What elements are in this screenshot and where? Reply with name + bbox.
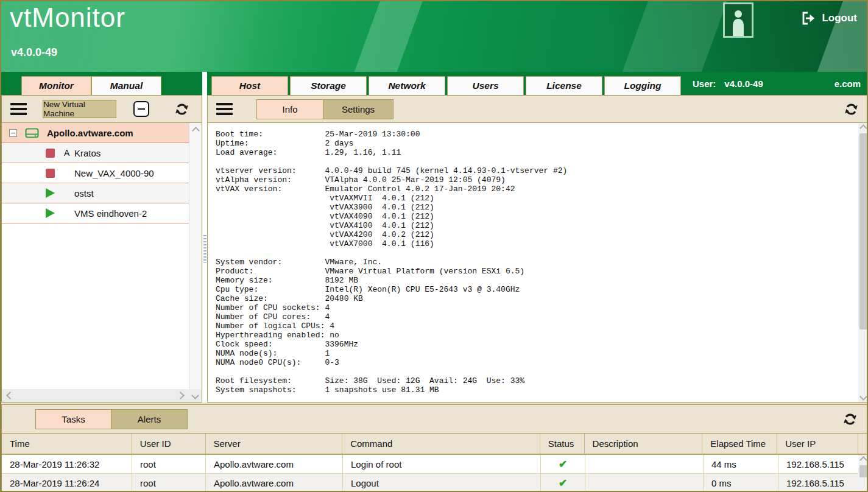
scroll-up-icon <box>859 456 867 464</box>
vm-tree: Apollo.avtware.com A Kratos New_VAX_4000… <box>2 123 189 389</box>
tree-horizontal-scrollbar[interactable] <box>2 389 189 402</box>
content-vertical-scrollbar[interactable] <box>858 123 868 402</box>
cell-command: Login of root <box>343 455 541 474</box>
collapse-all-button[interactable] <box>133 101 149 117</box>
table-row[interactable]: 28-Mar-2019 11:26:32 root Apollo.avtware… <box>2 455 868 474</box>
tree-row-vm[interactable]: A Kratos <box>2 143 189 163</box>
tree-row-host[interactable]: Apollo.avtware.com <box>2 123 189 143</box>
tasks-table-header: Time User ID Server Command Status Descr… <box>2 434 868 455</box>
cell-user-id: root <box>132 474 206 492</box>
tasks-vertical-scrollbar[interactable] <box>858 455 868 492</box>
cell-description <box>585 455 704 474</box>
subtab-alerts[interactable]: Alerts <box>111 409 188 429</box>
new-virtual-machine-button[interactable]: New Virtual Machine <box>43 100 116 118</box>
vm-running-icon <box>46 188 55 199</box>
column-header-filler <box>858 434 868 454</box>
tree-row-vm[interactable]: VMS eindhoven-2 <box>2 203 189 223</box>
tree-scroll-corner[interactable] <box>189 389 202 402</box>
tab-monitor[interactable]: Monitor <box>21 76 91 95</box>
play-triangle <box>46 208 55 218</box>
vtmonitor-window: vtMonitor v4.0.0-49 Logout Monitor Manua… <box>0 0 868 492</box>
host-detail-panel: Info Settings Boot time: 25-Mar-2019 13:… <box>207 95 868 402</box>
main-tab-strip: Host Storage Network Users License Loggi… <box>207 72 867 95</box>
host-menu-icon[interactable] <box>216 103 233 115</box>
user-value: v4.0.0-49 <box>724 79 763 89</box>
vm-name: Kratos <box>74 148 101 158</box>
tree-vertical-scrollbar[interactable] <box>189 123 202 389</box>
cell-time: 28-Mar-2019 11:26:24 <box>2 474 132 492</box>
cell-server: Apollo.avtware.com <box>206 474 343 492</box>
panel-splitter[interactable] <box>202 95 207 402</box>
collapse-node-icon[interactable] <box>9 129 17 137</box>
column-header-description: Description <box>585 434 703 454</box>
refresh-icon <box>842 412 858 427</box>
refresh-icon <box>844 102 859 117</box>
tab-logging-label: Logging <box>624 80 661 91</box>
status-ok-icon: ✔ <box>559 458 567 471</box>
column-header-status: Status <box>540 434 585 454</box>
hamburger-bar <box>10 113 27 115</box>
play-triangle <box>46 188 55 198</box>
subtab-settings-label: Settings <box>342 104 375 114</box>
vm-stopped-icon <box>46 168 55 178</box>
tab-manual-label: Manual <box>110 80 143 91</box>
tab-storage[interactable]: Storage <box>290 76 367 95</box>
subtab-info[interactable]: Info <box>256 99 323 119</box>
hamburger-bar <box>10 103 27 105</box>
tab-network[interactable]: Network <box>369 76 445 95</box>
host-refresh-button[interactable] <box>844 102 859 117</box>
table-row[interactable]: 28-Mar-2019 11:26:24 root Apollo.avtware… <box>2 474 868 492</box>
logout-icon <box>801 11 816 26</box>
scroll-thumb[interactable] <box>859 133 867 329</box>
subtab-tasks[interactable]: Tasks <box>35 409 111 429</box>
host-info-content: Boot time: 25-Mar-2019 13:30:00 Uptime: … <box>208 123 868 402</box>
cell-description <box>585 474 704 492</box>
cell-status: ✔ <box>541 455 585 474</box>
tab-users-label: Users <box>472 80 498 91</box>
scroll-up-arrow[interactable] <box>858 455 868 465</box>
tab-users[interactable]: Users <box>447 76 524 95</box>
tree-refresh-button[interactable] <box>174 102 189 117</box>
scroll-up-arrow[interactable] <box>858 123 868 133</box>
cell-user-ip: 192.168.5.115 <box>778 455 859 474</box>
person-icon <box>729 9 747 36</box>
splitter-grip-icon[interactable] <box>203 235 206 263</box>
host-info-text: Boot time: 25-Mar-2019 13:30:00 Uptime: … <box>208 123 868 395</box>
column-header-time: Time <box>2 434 132 454</box>
tab-row-gap <box>202 72 207 95</box>
column-header-elapsed-time: Elapsed Time <box>702 434 777 454</box>
scroll-left-icon[interactable] <box>6 392 14 399</box>
tab-host-label: Host <box>239 80 260 91</box>
logout-label: Logout <box>822 12 857 24</box>
subtab-info-label: Info <box>282 104 297 114</box>
stop-square <box>46 169 55 178</box>
cell-user-ip: 192.168.5.115 <box>778 474 859 492</box>
scroll-thumb[interactable] <box>859 465 867 477</box>
vm-name: New_VAX_4000-90 <box>74 168 154 178</box>
cell-command: Logout <box>343 474 541 492</box>
tree-row-vm[interactable]: ostst <box>2 183 189 203</box>
hamburger-bar <box>216 113 233 115</box>
vm-prefix: A <box>64 148 74 158</box>
tab-monitor-label: Monitor <box>39 80 74 91</box>
logout-button[interactable]: Logout <box>801 11 857 26</box>
user-label: User: <box>693 79 716 89</box>
subtab-alerts-label: Alerts <box>138 414 161 424</box>
cell-elapsed-time: 44 ms <box>704 455 778 474</box>
tree-menu-icon[interactable] <box>10 103 27 115</box>
column-header-command: Command <box>342 434 540 454</box>
tasks-panel: Tasks Alerts Time User ID Server Command… <box>1 404 868 492</box>
scroll-right-icon[interactable] <box>177 392 185 399</box>
vm-running-icon <box>46 208 55 219</box>
scroll-down-icon[interactable] <box>191 392 199 399</box>
tasks-refresh-button[interactable] <box>842 412 858 427</box>
scroll-up-icon[interactable] <box>192 127 200 135</box>
tab-logging[interactable]: Logging <box>604 76 681 95</box>
scroll-down-arrow[interactable] <box>858 392 868 402</box>
tab-manual[interactable]: Manual <box>91 76 161 95</box>
tree-row-vm[interactable]: New_VAX_4000-90 <box>2 163 189 183</box>
tab-host[interactable]: Host <box>211 76 288 95</box>
stop-square <box>46 149 55 158</box>
tab-license[interactable]: License <box>526 76 602 95</box>
subtab-settings[interactable]: Settings <box>323 99 393 119</box>
